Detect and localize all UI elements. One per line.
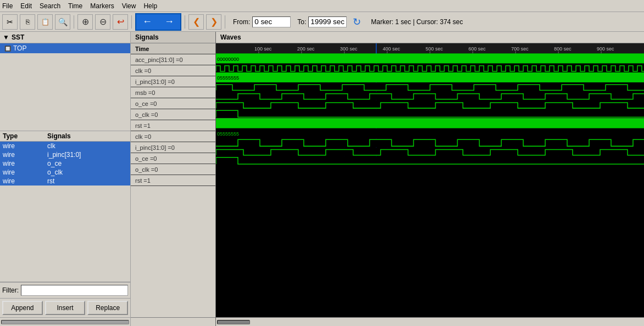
svg-text:400 sec: 400 sec [383,46,401,52]
svg-text:200 sec: 200 sec [297,46,315,52]
sig-label-msb: msb =0 [131,87,215,98]
svg-rect-40 [216,118,644,128]
menu-search[interactable]: Search [40,2,60,10]
menu-time[interactable]: Time [68,2,82,10]
nav-group: ← → [135,13,181,31]
copy-button[interactable]: ⎘ [20,14,35,30]
from-label: From: [233,18,250,26]
from-input[interactable] [252,16,291,27]
zoom-in-button[interactable]: ⊕ [77,14,93,30]
sig-name: clk [45,142,130,151]
signals-table: Type Signals wireclkwirei_pinc[31:0]wire… [0,131,130,186]
svg-text:500 sec: 500 sec [426,46,443,52]
filter-label: Filter: [2,286,19,294]
main-layout: ▼ SST 🔲 TOP Type Signals wireclkwirei_pi… [0,32,644,326]
toolbar-sep-4 [225,15,225,29]
sig-name: i_pinc[31:0] [45,150,130,159]
tree-item-label: TOP [13,44,26,52]
svg-text:05555555: 05555555 [217,75,239,81]
svg-rect-30 [216,53,644,63]
waves-hscroll-thumb[interactable] [217,320,250,324]
svg-rect-46 [216,165,644,317]
svg-text:300 sec: 300 sec [340,46,358,52]
svg-text:900 sec: 900 sec [597,46,614,52]
tree-item-top[interactable]: 🔲 TOP [0,43,130,53]
tree-icon: 🔲 [4,46,11,52]
signals-label-panel: Signals Time acc_pinc[31:0] =0 clk =0 i_… [131,32,216,326]
sig-label-oclk1: o_clk =0 [131,109,215,120]
to-label: To: [297,18,306,26]
bottom-buttons: Append Insert Replace [0,298,130,317]
insert-button[interactable]: Insert [45,301,86,315]
waves-header: Waves [216,32,644,43]
toolbar-sep-2 [131,15,132,29]
col-type: Type [0,131,45,142]
signals-table-row[interactable]: wirei_pinc[31:0] [0,150,130,159]
nav-start-button[interactable]: ← [136,14,158,30]
signal-rows: Time acc_pinc[31:0] =0 clk =0 i_pinc[31:… [131,43,215,317]
signals-table-row[interactable]: wireo_clk [0,168,130,177]
svg-rect-32 [216,64,644,72]
sig-type: wire [0,142,45,151]
svg-rect-33 [216,72,644,82]
sig-type: wire [0,177,45,186]
left-panel: ▼ SST 🔲 TOP Type Signals wireclkwirei_pi… [0,32,131,326]
marker-info: Marker: 1 sec | Cursor: 374 sec [371,18,463,26]
zoom-out-button[interactable]: ⊖ [95,14,110,30]
replace-button[interactable]: Replace [87,301,128,315]
undo-button[interactable]: ↩ [113,14,128,30]
signals-table-row[interactable]: wireclk [0,142,130,151]
waves-hscroll[interactable] [216,317,644,326]
toolbar: ✂ ⎘ 📋 🔍 ⊕ ⊖ ↩ ← → ❮ ❯ From: To: ↻ Marker… [0,12,644,32]
menu-edit[interactable]: Edit [20,2,32,10]
menubar: File Edit Search Time Markers View Help [0,0,644,12]
sig-name: o_ce [45,159,130,168]
sig-type: wire [0,168,45,177]
signals-table-row[interactable]: wireo_ce [0,159,130,168]
to-input[interactable] [308,16,347,27]
sig-label-ipinc1: i_pinc[31:0] =0 [131,76,215,87]
menu-help[interactable]: Help [143,2,157,10]
sst-label: SST [12,33,24,41]
sig-name: o_clk [45,168,130,177]
hscroll-left[interactable] [0,317,130,326]
refresh-button[interactable]: ↻ [349,14,364,30]
search-button[interactable]: 🔍 [55,14,70,30]
paste-button[interactable]: 📋 [37,14,53,30]
toolbar-sep-1 [74,15,74,29]
svg-text:00000000: 00000000 [217,56,239,61]
filter-input[interactable] [21,285,128,296]
hscroll-thumb-left[interactable] [1,320,129,324]
waves-panel: Waves 100 sec 200 sec 300 sec 400 sec 50… [216,32,644,326]
col-signals: Signals [45,131,130,142]
sig-label-oce1: o_ce =0 [131,98,215,109]
svg-rect-41 [216,128,644,138]
signals-table-row[interactable]: wirerst [0,177,130,186]
waveform-svg: 100 sec 200 sec 300 sec 400 sec 500 sec … [216,43,644,317]
menu-view[interactable]: View [122,2,136,10]
nav-end-button[interactable]: → [158,14,180,30]
sig-label-clk2: clk =0 [131,131,215,142]
sig-label-oce2: o_ce =0 [131,153,215,164]
sst-tree: 🔲 TOP [0,43,130,131]
sig-label-rst2: rst =1 [131,175,215,186]
sig-name: rst [45,177,130,186]
prev-marker-button[interactable]: ❮ [188,14,204,30]
sig-label-time: Time [131,43,215,54]
menu-markers[interactable]: Markers [90,2,114,10]
sig-label-rst1: rst =1 [131,120,215,131]
sig-label-acc: acc_pinc[31:0] =0 [131,54,215,65]
sig-label-oclk2: o_clk =0 [131,164,215,175]
signals-hscroll[interactable] [131,317,215,326]
append-button[interactable]: Append [2,301,43,315]
waves-canvas[interactable]: 100 sec 200 sec 300 sec 400 sec 500 sec … [216,43,644,317]
signals-label-header: Signals [131,32,215,43]
signals-tbody: wireclkwirei_pinc[31:0]wireo_cewireo_clk… [0,142,130,186]
next-marker-button[interactable]: ❯ [206,14,221,30]
cut-button[interactable]: ✂ [2,14,18,30]
sst-header: ▼ SST [0,32,130,43]
svg-text:100 sec: 100 sec [254,46,272,52]
menu-file[interactable]: File [2,2,13,10]
sig-label-clk1: clk =0 [131,65,215,76]
sst-collapse-icon[interactable]: ▼ [3,33,9,41]
